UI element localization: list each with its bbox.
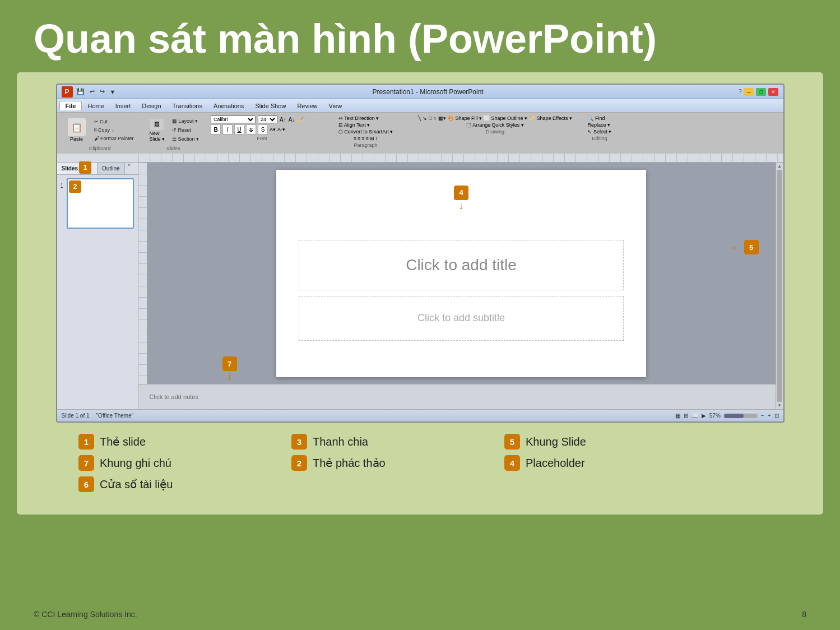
justify-btn[interactable]: ≡	[366, 136, 369, 141]
outline-tab[interactable]: Outline	[98, 163, 125, 174]
zoom-percent: 57%	[709, 413, 721, 419]
annotation-7: 7	[222, 356, 237, 371]
title-placeholder[interactable]: Click to add title	[299, 240, 624, 290]
format-painter-button[interactable]: 🖌 Format Painter	[92, 135, 136, 142]
quick-access-toolbar: 💾 ↩ ↪ ▼	[75, 87, 118, 96]
tab-review[interactable]: Review	[291, 101, 323, 110]
legend-item-4: 4 Placeholder	[504, 455, 684, 471]
shape-effects-btn[interactable]: ✨ Shape Effects ▾	[529, 115, 572, 121]
layout-button[interactable]: ▦ Layout ▾	[170, 117, 201, 125]
paste-button[interactable]: 📋 Paste	[64, 115, 90, 145]
notes-placeholder-text: Click to add notes	[150, 393, 198, 400]
fit-window-btn[interactable]: ⊡	[774, 413, 779, 419]
drawing-label: Drawing	[486, 129, 504, 135]
slide-canvas-area: 6 ← 5 4 ↓	[147, 163, 776, 384]
view-slideshow-btn[interactable]: ▶	[702, 413, 706, 419]
slide-edit-inner: 6 ← 5 4 ↓	[138, 163, 776, 384]
section-button[interactable]: ☰ Section ▾	[170, 135, 201, 143]
small-clipboard-buttons: ✂ Cut ⎘ Copy ▾ 🖌 Format Painter	[92, 118, 136, 142]
slides-tab[interactable]: Slides 1	[57, 163, 98, 174]
strikethrough-button[interactable]: S̶	[246, 124, 256, 135]
tab-slideshow[interactable]: Slide Show	[249, 101, 291, 110]
legend-item-1: 1 Thẻ slide	[78, 434, 258, 450]
bold-button[interactable]: B	[211, 124, 221, 135]
zoom-slider[interactable]	[724, 414, 758, 418]
copy-button[interactable]: ⎘ Copy ▾	[92, 126, 136, 134]
replace-btn[interactable]: Replace ▾	[587, 122, 611, 128]
ann7-arrow: ↓	[227, 371, 232, 383]
save-quick-btn[interactable]: 💾	[75, 87, 86, 96]
zoom-out-btn[interactable]: −	[761, 413, 764, 419]
font-family-select[interactable]: Calibri	[211, 115, 256, 123]
quick-styles-btn[interactable]: Quick Styles ▾	[491, 122, 524, 128]
shadow-button[interactable]: S	[258, 124, 268, 135]
slides-label: Slides	[166, 146, 180, 151]
find-btn[interactable]: 🔍 Find	[587, 115, 611, 121]
ppt-statusbar: Slide 1 of 1 "Office Theme" ▦ ⊞ 📖 ▶ 57% …	[57, 409, 783, 421]
scroll-thumb[interactable]	[777, 170, 782, 402]
shape-outline-btn[interactable]: ⬜ Shape Outline ▾	[484, 115, 527, 121]
tab-file[interactable]: File	[59, 101, 82, 110]
tab-home[interactable]: Home	[82, 101, 109, 110]
undo-quick-btn[interactable]: ↩	[88, 87, 96, 96]
ppt-logo-icon: P	[62, 86, 73, 98]
scroll-up-btn[interactable]: ▲	[777, 164, 782, 169]
reset-button[interactable]: ↺ Reset	[170, 126, 201, 134]
align-text-btn[interactable]: ⊟ Align Text ▾	[338, 122, 370, 128]
slide-edit-area: 6 ← 5 4 ↓	[138, 163, 776, 409]
cut-button[interactable]: ✂ Cut	[92, 118, 136, 126]
legend-badge-3: 3	[291, 434, 307, 450]
arrange-btn[interactable]: ⬚ Arrange	[466, 122, 490, 128]
legend-item-5: 5 Khung Slide	[504, 434, 684, 450]
tab-animations[interactable]: Animations	[208, 101, 249, 110]
zoom-in-btn[interactable]: +	[768, 413, 771, 419]
maximize-button[interactable]: □	[756, 88, 766, 96]
slide-thumbnail-1[interactable]: 2	[67, 178, 134, 229]
shape-fill-btn[interactable]: 🎨 Shape Fill ▾	[448, 115, 482, 121]
shapes-more[interactable]: ▦▾	[438, 115, 446, 121]
convert-smartart-btn[interactable]: ⬡ Convert to SmartArt ▾	[338, 129, 393, 135]
drawing-group: ╲ ↘ □ ○ ▦▾ 🎨 Shape Fill ▾ ⬜ Shape Outlin…	[414, 114, 577, 152]
view-slide-sorter-btn[interactable]: ⊞	[684, 413, 688, 419]
text-dir-btn[interactable]: ⇔ Text Direction ▾	[338, 115, 379, 121]
panel-close-btn[interactable]: ✕	[127, 163, 131, 174]
font-size-select[interactable]: 24	[258, 115, 277, 123]
font-color-btn[interactable]: A▾	[270, 127, 276, 132]
tab-transitions[interactable]: Transitions	[167, 101, 208, 110]
statusbar-left: Slide 1 of 1 "Office Theme"	[62, 413, 134, 419]
ruler-horizontal	[57, 154, 783, 163]
line-spacing-btn[interactable]: ↕	[375, 136, 378, 141]
grow-font-btn[interactable]: A↑	[280, 117, 286, 123]
align-right-btn[interactable]: ≡	[361, 136, 364, 141]
highlight-color-btn[interactable]: A·▾	[277, 127, 285, 132]
align-left-btn[interactable]: ≡	[354, 136, 356, 141]
slides-panel: Slides 1 Outline ✕ 1 2	[57, 163, 138, 409]
new-slide-button[interactable]: 🖼 NewSlide ▾	[146, 116, 169, 145]
tab-insert[interactable]: Insert	[110, 101, 137, 110]
arrow-icon: ↘	[423, 115, 427, 121]
view-normal-btn[interactable]: ▦	[675, 413, 680, 419]
title-area: Quan sát màn hình (PowerPoint)	[0, 0, 840, 72]
legend-label-7: Khung ghi chú	[100, 457, 171, 470]
subtitle-placeholder[interactable]: Click to add subtitle	[299, 296, 624, 341]
tab-design[interactable]: Design	[136, 101, 166, 110]
cols-btn[interactable]: ⊞	[370, 136, 374, 141]
minimize-button[interactable]: ─	[744, 88, 754, 96]
scroll-down-btn[interactable]: ▼	[777, 403, 782, 408]
theme-name: "Office Theme"	[96, 413, 134, 419]
italic-button[interactable]: I	[222, 124, 233, 135]
notes-area[interactable]: 7 ↓ Click to add notes	[138, 384, 776, 409]
ribbon-content: 📋 Paste ✂ Cut ⎘ Copy ▾ 🖌 Format Painter …	[57, 113, 783, 154]
shrink-font-btn[interactable]: A↓	[289, 117, 295, 123]
slide-canvas[interactable]: 4 ↓ Click to add title Click to add subt…	[276, 170, 646, 377]
close-button[interactable]: ✕	[768, 88, 778, 96]
view-reading-btn[interactable]: 📖	[692, 413, 698, 419]
customize-quick-btn[interactable]: ▼	[108, 88, 118, 96]
align-center-btn[interactable]: ≡	[358, 136, 360, 141]
tab-view[interactable]: View	[323, 101, 348, 110]
select-btn[interactable]: ↖ Select ▾	[587, 129, 611, 135]
clear-format-btn[interactable]: 🧹	[297, 117, 304, 123]
vertical-scrollbar[interactable]: ▲ ▼	[776, 163, 783, 409]
redo-quick-btn[interactable]: ↪	[98, 87, 106, 96]
underline-button[interactable]: U	[234, 124, 244, 135]
